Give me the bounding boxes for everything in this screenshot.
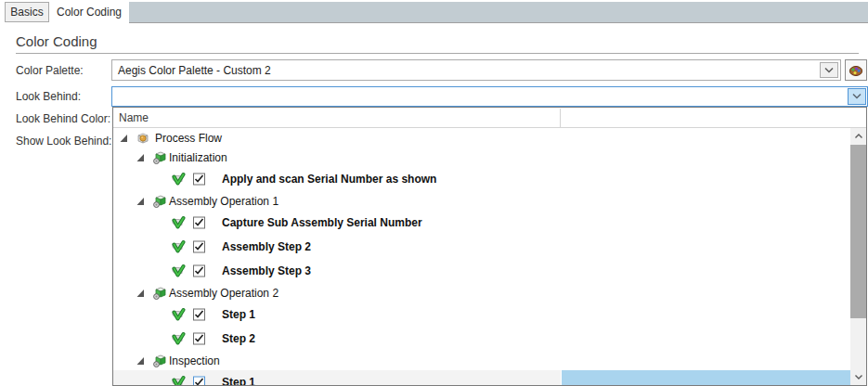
operation-icon bbox=[152, 194, 167, 209]
tree-group-row[interactable]: Assembly Operation 1 bbox=[113, 191, 850, 211]
process-flow-tree: Process FlowInitializationApply and scan… bbox=[113, 128, 850, 385]
step-icon bbox=[171, 375, 186, 385]
step-checkbox[interactable] bbox=[193, 174, 205, 186]
step-checkbox[interactable] bbox=[193, 333, 205, 345]
step-icon bbox=[171, 264, 186, 278]
grid-header: Name bbox=[113, 108, 866, 128]
scroll-down-icon[interactable] bbox=[850, 369, 866, 385]
step-icon bbox=[171, 239, 186, 254]
tree-item-label: Initialization bbox=[169, 151, 227, 164]
tree-item-label: Assembly Operation 2 bbox=[169, 287, 279, 300]
palette-icon bbox=[849, 63, 863, 78]
tree-step-row[interactable]: Apply and scan Serial Number as shown bbox=[113, 167, 850, 191]
look-behind-label: Look Behind: bbox=[16, 90, 81, 103]
tree-item-label: Step 1 bbox=[222, 376, 255, 385]
step-checkbox[interactable] bbox=[193, 265, 205, 277]
process-flow-icon bbox=[136, 131, 150, 146]
step-icon bbox=[171, 307, 186, 322]
tree-group-row[interactable]: Assembly Operation 2 bbox=[113, 283, 850, 302]
tree-item-label: Assembly Operation 1 bbox=[169, 195, 279, 208]
tree-item-label: Assembly Step 3 bbox=[222, 264, 311, 277]
operation-icon bbox=[152, 354, 167, 368]
look-behind-combobox[interactable] bbox=[111, 86, 868, 107]
tree-item-label: Assembly Step 2 bbox=[222, 240, 311, 253]
tree-step-row[interactable]: Assembly Step 2 bbox=[113, 235, 850, 259]
tree-group-row[interactable]: Inspection bbox=[113, 351, 850, 370]
tree-item-label: Step 1 bbox=[222, 308, 255, 321]
palette-picker-button[interactable] bbox=[845, 59, 867, 81]
vertical-scrollbar[interactable] bbox=[850, 128, 866, 385]
name-column-header[interactable]: Name bbox=[119, 108, 149, 127]
tree-item-label: Capture Sub Assembly Serial Number bbox=[222, 216, 422, 229]
step-checkbox[interactable] bbox=[193, 217, 205, 229]
step-checkbox[interactable] bbox=[193, 377, 205, 386]
tab-strip-filler bbox=[129, 2, 868, 23]
tree-group-row[interactable]: Initialization bbox=[113, 148, 850, 167]
page-title: Color Coding bbox=[16, 33, 97, 49]
expander-icon[interactable] bbox=[136, 289, 145, 297]
color-palette-combobox[interactable]: Aegis Color Palette - Custom 2 bbox=[111, 59, 841, 81]
tree-group-row[interactable]: Process Flow bbox=[113, 128, 850, 148]
color-coding-screen: Basics Color Coding Color Coding Color P… bbox=[0, 0, 868, 386]
operation-icon bbox=[152, 150, 167, 165]
chevron-down-icon[interactable] bbox=[848, 88, 866, 105]
tree-item-label: Step 2 bbox=[222, 332, 255, 345]
tree-item-label: Apply and scan Serial Number as shown bbox=[222, 173, 436, 186]
tree-step-row[interactable]: Step 1 bbox=[113, 370, 850, 385]
color-palette-value: Aegis Color Palette - Custom 2 bbox=[118, 60, 271, 80]
step-icon bbox=[171, 215, 186, 230]
tab-basics[interactable]: Basics bbox=[5, 2, 49, 22]
expander-icon[interactable] bbox=[136, 197, 145, 205]
tree-step-row[interactable]: Step 1 bbox=[113, 302, 850, 327]
expander-icon[interactable] bbox=[120, 134, 128, 142]
color-palette-label: Color Palette: bbox=[16, 64, 84, 77]
show-look-behind-label: Show Look Behind: bbox=[16, 135, 111, 148]
column-divider[interactable] bbox=[560, 109, 561, 127]
expander-icon[interactable] bbox=[136, 153, 145, 161]
step-icon bbox=[171, 331, 186, 346]
scroll-up-icon[interactable] bbox=[850, 128, 866, 144]
step-checkbox[interactable] bbox=[193, 241, 205, 253]
step-checkbox[interactable] bbox=[193, 309, 205, 321]
selected-value-cell bbox=[562, 370, 850, 385]
operation-icon bbox=[152, 286, 167, 301]
look-behind-dropdown: Name Process FlowInitializationApply and… bbox=[112, 107, 867, 386]
chevron-down-icon[interactable] bbox=[820, 62, 838, 78]
tree-step-row[interactable]: Capture Sub Assembly Serial Number bbox=[113, 211, 850, 235]
step-icon bbox=[171, 172, 186, 187]
tab-color-coding[interactable]: Color Coding bbox=[49, 0, 129, 23]
tree-item-label: Inspection bbox=[169, 354, 220, 367]
look-behind-color-label: Look Behind Color: bbox=[16, 112, 110, 125]
tree-item-label: Process Flow bbox=[155, 132, 222, 145]
scrollbar-thumb[interactable] bbox=[850, 145, 866, 318]
tree-step-row[interactable]: Step 2 bbox=[113, 327, 850, 351]
expander-icon[interactable] bbox=[136, 356, 145, 365]
heading-divider bbox=[16, 53, 859, 54]
tree-step-row[interactable]: Assembly Step 3 bbox=[113, 259, 850, 283]
